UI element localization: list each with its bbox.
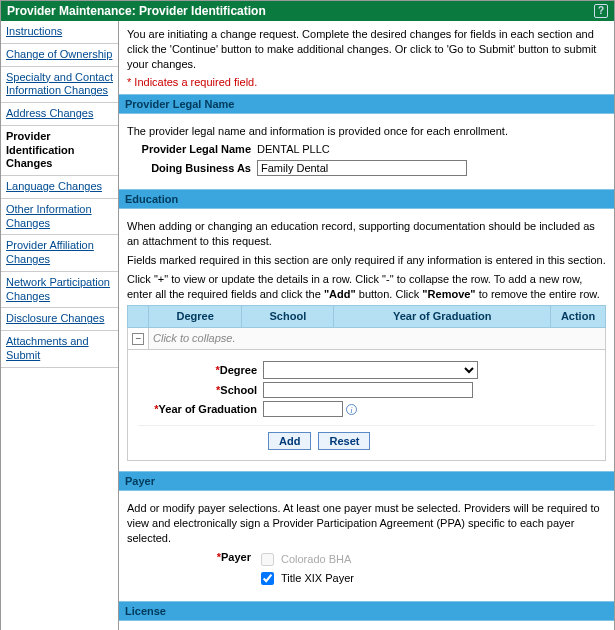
sidebar: Instructions Change of Ownership Special… bbox=[1, 21, 119, 630]
section-header-education: Education bbox=[119, 189, 614, 209]
payer-opt1-label: Colorado BHA bbox=[281, 552, 351, 567]
sidebar-item-other-info[interactable]: Other Information Changes bbox=[1, 199, 118, 236]
year-label: Year of Graduation bbox=[159, 403, 257, 415]
payer-colorado-bha-checkbox bbox=[261, 553, 274, 566]
year-input[interactable] bbox=[263, 401, 343, 417]
help-icon[interactable]: ? bbox=[594, 4, 608, 18]
education-col-action: Action bbox=[551, 306, 606, 328]
legal-name-note: The provider legal name and information … bbox=[127, 124, 606, 139]
education-table: Degree School Year of Graduation Action … bbox=[127, 305, 606, 350]
sidebar-item-disclosure-changes[interactable]: Disclosure Changes bbox=[1, 308, 118, 331]
education-col-year: Year of Graduation bbox=[334, 306, 551, 328]
reset-button[interactable]: Reset bbox=[318, 432, 370, 450]
sidebar-item-network-participation[interactable]: Network Participation Changes bbox=[1, 272, 118, 309]
sidebar-item-instructions[interactable]: Instructions bbox=[1, 21, 118, 44]
sidebar-item-specialty-contact[interactable]: Specialty and Contact Information Change… bbox=[1, 67, 118, 104]
dba-label: Doing Business As bbox=[127, 161, 257, 176]
education-note-3: Click "+" to view or update the details … bbox=[127, 272, 606, 302]
sidebar-item-provider-identification[interactable]: Provider Identification Changes bbox=[1, 126, 118, 176]
degree-select[interactable] bbox=[263, 361, 478, 379]
school-label: School bbox=[220, 384, 257, 396]
page-title: Provider Maintenance: Provider Identific… bbox=[7, 4, 266, 18]
dba-input[interactable] bbox=[257, 160, 467, 176]
sidebar-item-language-changes[interactable]: Language Changes bbox=[1, 176, 118, 199]
payer-opt2-label: Title XIX Payer bbox=[281, 571, 354, 586]
section-header-payer: Payer bbox=[119, 471, 614, 491]
sidebar-item-address-changes[interactable]: Address Changes bbox=[1, 103, 118, 126]
sidebar-item-provider-affiliation[interactable]: Provider Affiliation Changes bbox=[1, 235, 118, 272]
school-input[interactable] bbox=[263, 382, 473, 398]
info-icon[interactable]: i bbox=[346, 404, 357, 415]
payer-note: Add or modify payer selections. At least… bbox=[127, 501, 606, 546]
degree-label: Degree bbox=[220, 364, 257, 376]
education-col-school: School bbox=[242, 306, 334, 328]
intro-text: You are initiating a change request. Com… bbox=[119, 21, 614, 76]
legal-name-label: Provider Legal Name bbox=[127, 142, 257, 157]
sidebar-item-attachments-submit[interactable]: Attachments and Submit bbox=[1, 331, 118, 368]
education-note-1: When adding or changing an education rec… bbox=[127, 219, 606, 249]
section-header-license: License bbox=[119, 601, 614, 621]
education-note-2: Fields marked required in this section a… bbox=[127, 253, 606, 268]
education-col-degree: Degree bbox=[149, 306, 242, 328]
add-button[interactable]: Add bbox=[268, 432, 311, 450]
title-bar: Provider Maintenance: Provider Identific… bbox=[1, 1, 614, 21]
required-field-note: * Indicates a required field. bbox=[119, 76, 614, 94]
payer-title-xix-checkbox[interactable] bbox=[261, 572, 274, 585]
section-header-legal-name: Provider Legal Name bbox=[119, 94, 614, 114]
legal-name-value: DENTAL PLLC bbox=[257, 142, 330, 157]
sidebar-item-change-ownership[interactable]: Change of Ownership bbox=[1, 44, 118, 67]
education-form: *Degree *School *Year of Graduation i Ad… bbox=[127, 350, 606, 461]
education-collapse-hint[interactable]: Click to collapse. bbox=[149, 328, 606, 350]
collapse-icon[interactable]: − bbox=[132, 333, 144, 345]
payer-label: Payer bbox=[221, 551, 251, 563]
